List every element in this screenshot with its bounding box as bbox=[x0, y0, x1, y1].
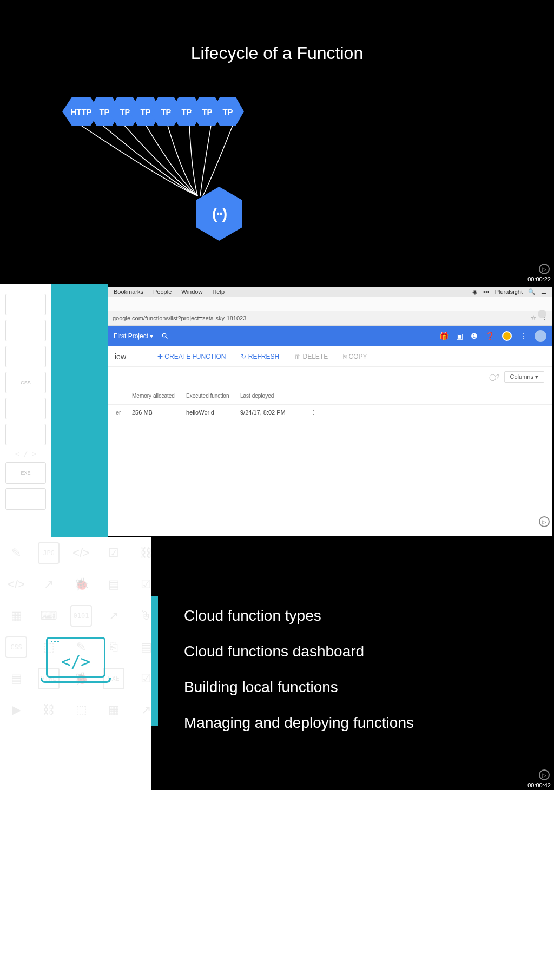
topics-list: Cloud function types Cloud functions das… bbox=[184, 607, 414, 750]
help-icon[interactable]: ◯? bbox=[489, 373, 500, 381]
table-header: Memory allocated Executed function Last … bbox=[108, 387, 552, 405]
console-icon[interactable]: ▣ bbox=[456, 332, 463, 340]
th-executed: Executed function bbox=[186, 393, 240, 399]
timestamp-1: 00:00:22 bbox=[527, 276, 551, 282]
help-circle-icon[interactable]: ❓ bbox=[485, 332, 494, 340]
delete-button[interactable]: 🗑 DELETE bbox=[294, 353, 328, 360]
project-selector[interactable]: First Project ▾ bbox=[114, 332, 153, 340]
hexagon-row: HTTP TP TP TP TP TP TP TP bbox=[62, 97, 232, 126]
more-vert-icon[interactable]: ⋮ bbox=[519, 332, 527, 340]
action-bar: iew ✚ CREATE FUNCTION ↻ REFRESH 🗑 DELETE… bbox=[108, 346, 552, 367]
star-icon[interactable]: ☆ bbox=[531, 314, 536, 321]
gift-icon[interactable]: 🎁 bbox=[439, 332, 449, 340]
header-search-icon[interactable] bbox=[161, 332, 169, 340]
play-icon[interactable]: ▷ bbox=[539, 264, 550, 274]
record-icon: ◉ bbox=[472, 288, 478, 295]
big-hex-label: (··) bbox=[192, 187, 246, 241]
menu-window[interactable]: Window bbox=[181, 288, 202, 295]
filter-row: ◯? Columns ▾ bbox=[108, 367, 552, 387]
function-hexagon-icon: (··) bbox=[192, 187, 246, 241]
browser-menubar: Bookmarks People Window Help ◉ ••• Plura… bbox=[108, 287, 552, 297]
laptop-code-icon: </> bbox=[48, 647, 104, 676]
view-label: iew bbox=[115, 352, 126, 361]
teal-stripe bbox=[51, 284, 108, 537]
slide-topics: ✎JPG</>☑⛓ </>↗🐞▤☑ ▦⌨0101↗🖰 CSS⬚✎⎗▤ ▤HTML… bbox=[0, 537, 554, 790]
dots-icon: ••• bbox=[483, 288, 490, 295]
play-icon[interactable]: ▷ bbox=[539, 769, 550, 780]
th-memory: Memory allocated bbox=[132, 393, 186, 399]
refresh-button[interactable]: ↻ REFRESH bbox=[241, 353, 279, 360]
timestamp-3: 00:00:42 bbox=[527, 782, 551, 788]
user-avatar[interactable] bbox=[535, 330, 546, 342]
menu-list-icon[interactable]: ☰ bbox=[541, 288, 546, 295]
menu-help[interactable]: Help bbox=[212, 288, 225, 295]
profile-icon[interactable] bbox=[538, 310, 546, 318]
teal-accent-bar bbox=[151, 596, 158, 726]
slide1-title: Lifecycle of a Function bbox=[0, 43, 554, 63]
notification-dot-icon[interactable] bbox=[502, 331, 512, 341]
th-last-deployed: Last deployed bbox=[240, 393, 305, 399]
table-row[interactable]: er 256 MB helloWorld 9/24/17, 8:02 PM ⋮ bbox=[108, 405, 552, 420]
url-text: google.com/functions/list?project=zeta-s… bbox=[113, 315, 246, 321]
bullet-3: Building local functions bbox=[184, 679, 414, 696]
columns-dropdown[interactable]: Columns ▾ bbox=[504, 371, 544, 383]
decorative-sidebar: CSS < / > EXE bbox=[0, 284, 51, 537]
td-last-deployed: 9/24/17, 8:02 PM bbox=[240, 409, 305, 416]
menu-people[interactable]: People bbox=[153, 288, 172, 295]
bullet-2: Cloud functions dashboard bbox=[184, 643, 414, 660]
search-icon[interactable]: 🔍 bbox=[528, 288, 536, 295]
alert-icon[interactable]: ❶ bbox=[471, 332, 478, 340]
td-executed: helloWorld bbox=[186, 409, 240, 416]
menu-bookmarks[interactable]: Bookmarks bbox=[114, 288, 143, 295]
slide-lifecycle: Lifecycle of a Function HTTP TP TP TP TP… bbox=[0, 0, 554, 284]
td-memory: 256 MB bbox=[132, 409, 186, 416]
bullet-1: Cloud function types bbox=[184, 607, 414, 624]
url-bar[interactable]: google.com/functions/list?project=zeta-s… bbox=[108, 311, 552, 326]
copy-button[interactable]: ⎘ COPY bbox=[343, 353, 367, 360]
ext-pluralsight[interactable]: Pluralsight bbox=[495, 288, 523, 295]
slide-dashboard: CSS < / > EXE Bookmarks People Window He… bbox=[0, 284, 554, 537]
bottom-filler bbox=[0, 790, 554, 980]
row-prefix: er bbox=[116, 409, 132, 416]
play-icon[interactable]: ▷ bbox=[539, 516, 550, 527]
gcp-header: First Project ▾ 🎁 ▣ ❶ ❓ ⋮ bbox=[108, 326, 552, 346]
browser-window: Bookmarks People Window Help ◉ ••• Plura… bbox=[108, 287, 552, 536]
bullet-4: Managing and deploying functions bbox=[184, 714, 414, 732]
laptop-icon: </> bbox=[41, 637, 111, 688]
row-actions-icon[interactable]: ⋮ bbox=[311, 409, 316, 416]
left-panel: ✎JPG</>☑⛓ </>↗🐞▤☑ ▦⌨0101↗🖰 CSS⬚✎⎗▤ ▤HTML… bbox=[0, 537, 151, 790]
create-function-button[interactable]: ✚ CREATE FUNCTION bbox=[157, 353, 226, 360]
timestamp-2: 00:00:28 bbox=[527, 529, 551, 535]
